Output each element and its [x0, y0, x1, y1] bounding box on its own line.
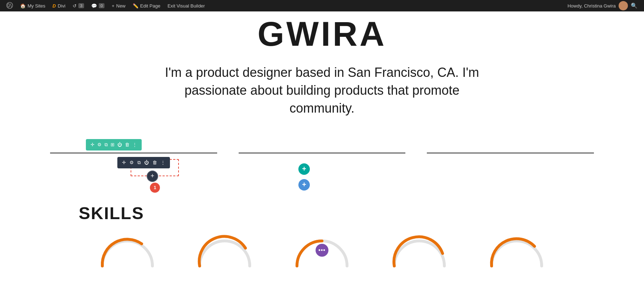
- divider-line-1: [50, 153, 217, 153]
- skill-circle-3: •••: [290, 234, 354, 270]
- history-icon: ↺: [73, 3, 77, 9]
- svg-line-2: [10, 4, 11, 7]
- skill-circle-1: [95, 234, 160, 270]
- history-menu[interactable]: ↺ 3: [69, 0, 88, 11]
- move-icon-dark[interactable]: ✛: [121, 159, 127, 166]
- move-icon[interactable]: ✛: [89, 141, 96, 148]
- new-label: New: [116, 3, 126, 9]
- skills-title: SKILLS: [79, 203, 565, 223]
- my-sites-icon: 🏠: [20, 3, 26, 9]
- search-icon[interactable]: 🔍: [631, 3, 638, 9]
- plus-icon-blue: +: [302, 181, 306, 189]
- edit-page-label: Edit Page: [140, 3, 160, 9]
- new-menu[interactable]: + New: [108, 0, 129, 11]
- exit-visual-builder-label: Exit Visual Builder: [167, 3, 205, 9]
- builder-toolbar-green[interactable]: ✛ ⚙ ⧉ ⊞ ⏻ 🗑 ⋮: [86, 139, 142, 150]
- power-icon[interactable]: ⏻: [116, 141, 123, 148]
- edit-icon: ✏️: [133, 3, 138, 9]
- skill-circle-2: [192, 234, 257, 270]
- power-icon-dark[interactable]: ⏻: [143, 159, 150, 166]
- add-module-button-dark[interactable]: +: [147, 171, 158, 182]
- wp-logo[interactable]: [3, 0, 16, 11]
- comments-icon: 💬: [91, 3, 97, 9]
- page-content: GWIRA I'm a product designer based in Sa…: [0, 11, 644, 277]
- history-count: 3: [78, 3, 84, 8]
- wp-icon: [6, 2, 13, 10]
- divi-icon: D: [53, 3, 56, 9]
- delete-icon-dark[interactable]: 🗑: [151, 159, 158, 166]
- divi-label: Divi: [58, 3, 65, 9]
- hero-section: GWIRA I'm a product designer based in Sa…: [0, 11, 644, 139]
- dots-icon: •••: [318, 247, 326, 253]
- divider-lines: [29, 153, 615, 153]
- columns-icon[interactable]: ⊞: [109, 141, 116, 148]
- admin-bar: 🏠 My Sites D Divi ↺ 3 💬 0 + New ✏️ Edit …: [0, 0, 644, 11]
- plus-icon-dark: +: [151, 172, 155, 180]
- skill-circle-5: [484, 234, 549, 270]
- user-greeting: Howdy, Christina Gwira: [567, 3, 616, 9]
- divider-line-3: [427, 153, 594, 153]
- comments-menu[interactable]: 💬 0: [88, 0, 108, 11]
- skill-circles-row: •••: [79, 230, 565, 273]
- my-sites-label: My Sites: [28, 3, 45, 9]
- divider-line-2: [239, 153, 406, 153]
- site-title: GWIRA: [0, 15, 644, 53]
- comments-count: 0: [99, 3, 104, 8]
- divi-menu[interactable]: D Divi: [49, 0, 69, 11]
- plus-icon-teal: +: [302, 165, 306, 173]
- hero-bio: I'm a product designer based in San Fran…: [161, 64, 483, 118]
- builder-toolbar-dark[interactable]: ✛ ⚙ ⧉ ⏻ 🗑 ⋮: [117, 157, 170, 168]
- dots-menu-button[interactable]: •••: [316, 244, 328, 257]
- add-column-button-teal[interactable]: +: [298, 163, 310, 175]
- my-sites-menu[interactable]: 🏠 My Sites: [16, 0, 49, 11]
- admin-bar-right: Howdy, Christina Gwira 🔍: [564, 1, 641, 10]
- edit-page-button[interactable]: ✏️ Edit Page: [129, 0, 164, 11]
- settings-icon[interactable]: ⚙: [96, 141, 103, 148]
- copy-icon-dark[interactable]: ⧉: [136, 159, 142, 166]
- error-badge: 1: [150, 183, 160, 193]
- settings-icon-dark[interactable]: ⚙: [128, 159, 135, 166]
- more-icon[interactable]: ⋮: [131, 141, 138, 148]
- svg-point-1: [8, 4, 10, 7]
- plus-icon: +: [112, 3, 114, 9]
- exit-visual-builder-button[interactable]: Exit Visual Builder: [164, 0, 209, 11]
- add-column-button-blue[interactable]: +: [298, 179, 310, 191]
- skill-circle-4: [387, 234, 452, 270]
- skills-section: SKILLS: [0, 196, 644, 277]
- more-icon-dark[interactable]: ⋮: [160, 159, 166, 166]
- avatar: [619, 1, 628, 10]
- copy-icon[interactable]: ⧉: [103, 141, 109, 148]
- delete-icon[interactable]: 🗑: [124, 141, 131, 148]
